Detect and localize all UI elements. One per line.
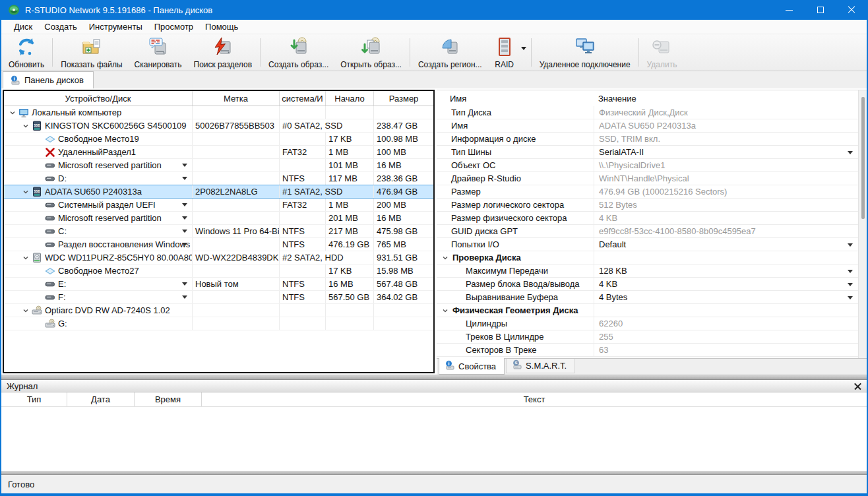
properties-col-name: Имя — [437, 90, 594, 106]
scrollbar-thumb[interactable] — [861, 97, 865, 219]
value-dropdown-icon[interactable] — [848, 296, 853, 299]
property-value[interactable]: SerialATA-II — [594, 146, 858, 158]
raid-dropdown-icon[interactable] — [521, 47, 526, 50]
value-dropdown-icon[interactable] — [848, 151, 853, 154]
raid-button[interactable]: RAID — [488, 35, 521, 71]
expand-chevron-icon[interactable] — [9, 109, 16, 116]
tab-disk-panel[interactable]: Панель дисков — [3, 71, 94, 88]
tab-properties[interactable]: Свойства — [439, 358, 505, 375]
right-tab-label: S.M.A.R.T. — [526, 361, 567, 371]
device-row[interactable]: Optiarc DVD RW AD-7240S 1.02 — [4, 304, 433, 317]
device-column-header[interactable]: Метка — [193, 91, 280, 106]
partition-dropdown-icon[interactable] — [182, 203, 187, 206]
log-column-header[interactable]: Тип — [1, 392, 67, 406]
group-chevron-icon[interactable] — [442, 307, 449, 314]
expand-chevron-icon[interactable] — [22, 123, 29, 129]
show-files-button[interactable]: Показать файлы — [55, 35, 128, 71]
size-cell: 238.47 GB — [374, 119, 433, 132]
value-dropdown-icon[interactable] — [848, 243, 853, 247]
value-dropdown-icon[interactable] — [848, 283, 853, 286]
device-row[interactable]: F:NTFS567.50 GB364.02 GB — [4, 291, 433, 304]
start-cell: 201 MB — [326, 212, 374, 224]
minimize-button[interactable] — [774, 0, 805, 20]
device-row[interactable]: Свободное Место2717 KB15.98 MB — [4, 264, 433, 278]
menu-item-3[interactable]: Просмотр — [148, 20, 199, 34]
device-row[interactable]: Свободное Место1917 KB100.98 MB — [4, 133, 433, 146]
log-column-header[interactable]: Дата — [67, 392, 135, 406]
partition-dropdown-icon[interactable] — [182, 295, 187, 299]
menu-item-1[interactable]: Создать — [38, 20, 82, 34]
device-row[interactable]: WDC WD11PURZ-85C5HY0 80.00A80WD-WX22DB48… — [4, 251, 433, 264]
device-row[interactable]: Microsoft reserved partition101 MB16 MB — [4, 159, 433, 172]
tab-smart[interactable]: SS.M.A.R.T. — [506, 359, 575, 373]
device-column-header[interactable]: Устройство/Диск — [4, 91, 193, 106]
partition-dropdown-icon[interactable] — [182, 216, 187, 220]
log-column-header[interactable]: Время — [135, 392, 202, 406]
device-row[interactable]: Системный раздел UEFIFAT321 MB200 MB — [4, 199, 433, 212]
property-row[interactable]: Тип ШиныSerialATA-II — [437, 146, 858, 159]
device-row[interactable]: C:Windows 11 Pro 64-BitNTFS217 MB475.98 … — [4, 225, 433, 238]
create-region-button[interactable]: Создать регион... — [412, 35, 488, 71]
menu-item-0[interactable]: Диск — [8, 20, 38, 34]
property-name: Тип Диска — [451, 108, 491, 117]
partition-dropdown-icon[interactable] — [182, 230, 187, 233]
value-dropdown-icon[interactable] — [848, 270, 853, 273]
partition-dropdown-icon[interactable] — [182, 282, 187, 286]
device-row-selected[interactable]: SSDADATA SU650 P240313a2P082L2NA8LG#1 SA… — [4, 185, 433, 199]
vertical-scrollbar[interactable] — [858, 90, 867, 358]
device-row[interactable]: Локальный компьютер — [4, 106, 433, 119]
log-splitter[interactable] — [1, 375, 867, 380]
label-cell — [193, 304, 280, 317]
property-row[interactable]: Максимум Передачи128 KB — [437, 264, 858, 278]
device-row[interactable]: SSDKINGSTON SKC600256G S450010950026B778… — [4, 119, 433, 133]
partition-icon — [45, 160, 55, 171]
device-row[interactable]: D:NTFS117 MB238.36 GB — [4, 172, 433, 185]
property-value[interactable]: 4 Bytes — [594, 291, 858, 303]
device-row[interactable]: E:Новый томNTFS16 MB567.48 GB — [4, 278, 433, 291]
property-row: Информация о дискеSSD, TRIM вкл. — [437, 133, 858, 146]
label-cell: 2P082L2NA8LG — [193, 185, 280, 198]
maximize-button[interactable] — [805, 0, 836, 20]
menu-item-4[interactable]: Помощь — [199, 20, 244, 34]
expand-chevron-icon[interactable] — [22, 255, 29, 261]
filesystem-cell — [280, 133, 326, 145]
property-name: Проверка Диска — [452, 253, 521, 263]
log-close-icon[interactable] — [854, 383, 861, 390]
start-cell: 1 MB — [326, 199, 374, 211]
device-row[interactable]: Microsoft reserved partition201 MB16 MB — [4, 212, 433, 225]
device-row[interactable]: УдаленныйРаздел1FAT321 MB100 MB — [4, 146, 433, 159]
property-row[interactable]: Попытки I/ODefault — [437, 238, 858, 251]
device-row[interactable]: Раздел восстановления WindowsNTFS476.19 … — [4, 238, 433, 251]
expand-chevron-icon[interactable] — [22, 307, 29, 314]
find-partitions-button[interactable]: Поиск разделов — [188, 35, 259, 71]
open-image-button[interactable]: Открыть образ... — [334, 35, 408, 71]
expand-chevron-icon[interactable] — [22, 189, 29, 195]
property-name: Секторов В Треке — [466, 345, 537, 355]
label-cell — [193, 172, 280, 185]
filesystem-cell — [280, 106, 326, 119]
property-value[interactable]: 4 KB — [594, 278, 858, 290]
partition-dropdown-icon[interactable] — [182, 164, 187, 167]
toolbar-button-label: Создать образ... — [268, 60, 328, 69]
property-row: Размер476.94 GB (1000215216 Sectors) — [437, 185, 858, 199]
close-button[interactable] — [836, 0, 867, 20]
menu-item-2[interactable]: Инструменты — [83, 20, 148, 34]
device-column-header[interactable]: система/И — [280, 91, 326, 106]
device-row[interactable]: G: — [4, 317, 433, 330]
device-name: Системный раздел UEFI — [58, 200, 156, 210]
property-value[interactable]: Default — [594, 238, 858, 251]
remote-connection-button[interactable]: Удаленное подключение — [534, 35, 636, 71]
scan-button[interactable]: Сканировать — [129, 35, 188, 71]
property-row[interactable]: Размер блока Ввода/вывода4 KB — [437, 278, 858, 291]
property-row[interactable]: Выравнивание Буфера4 Bytes — [437, 291, 858, 304]
partition-dropdown-icon[interactable] — [182, 177, 187, 180]
group-chevron-icon[interactable] — [442, 255, 449, 261]
refresh-button[interactable]: Обновить — [3, 35, 50, 71]
device-column-header[interactable]: Начало — [326, 91, 374, 106]
property-value[interactable]: 128 KB — [594, 264, 858, 277]
create-image-button[interactable]: Создать образ... — [263, 35, 334, 71]
log-column-header[interactable]: Текст — [202, 392, 867, 406]
partition-dropdown-icon[interactable] — [182, 243, 187, 246]
start-cell: 217 MB — [326, 225, 374, 237]
device-column-header[interactable]: Размер — [374, 91, 433, 106]
